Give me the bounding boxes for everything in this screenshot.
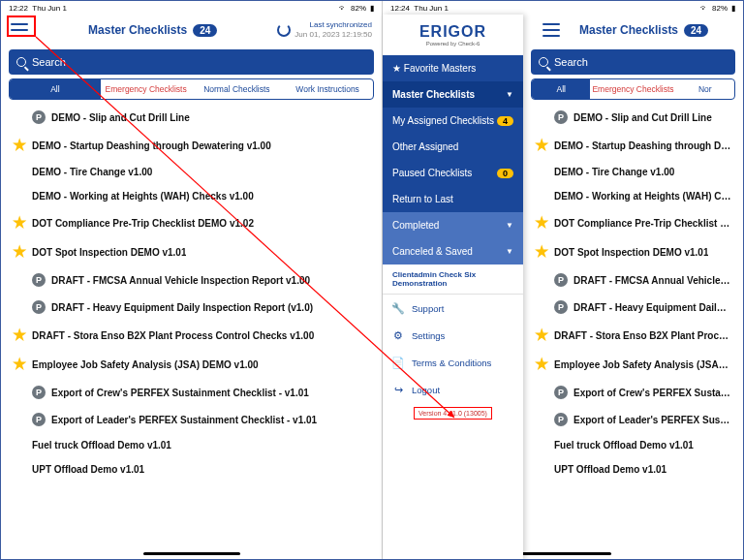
list-item[interactable]: ★Employee Job Safety Analysis (JSA) DEMO… <box>1 350 382 379</box>
item-label: DEMO - Working at Heights (WAH) Checks v… <box>554 191 731 202</box>
status-time: 12:24 <box>390 4 410 13</box>
count-pill: 0 <box>497 169 513 178</box>
list-item[interactable]: DEMO - Working at Heights (WAH) Checks v… <box>1 184 382 208</box>
nav-canceled-&-saved[interactable]: Canceled & Saved▼ <box>383 238 523 264</box>
star-icon: ★ <box>13 357 26 372</box>
search-input[interactable]: Search <box>531 49 735 75</box>
item-label: Export of Crew's PERFEX Sustainment Chec… <box>51 388 309 398</box>
p-badge: P <box>554 110 568 124</box>
menu-support[interactable]: 🔧Support <box>383 295 523 322</box>
list-item[interactable]: DEMO - Tire Change v1.00 <box>523 160 743 184</box>
item-label: DOT Spot Inspection DEMO v1.01 <box>32 247 186 258</box>
nav-completed[interactable]: Completed▼ <box>383 212 523 238</box>
list-item[interactable]: ★DOT Compliance Pre-Trip Checklist DEMO … <box>523 208 743 237</box>
list-item[interactable]: DEMO - Tire Change v1.00 <box>1 160 382 184</box>
menu-terms-&-conditions[interactable]: 📄Terms & Conditions <box>383 349 523 376</box>
p-badge: P <box>32 300 46 314</box>
battery-pct: 82% <box>351 4 366 13</box>
nav-master-checklists[interactable]: Master Checklists▼ <box>383 81 523 108</box>
nav-favorite-masters[interactable]: ★ Favorite Masters <box>383 55 523 81</box>
list-item[interactable]: ★DRAFT - Stora Enso B2X Plant Process Co… <box>523 321 743 350</box>
search-icon <box>16 57 26 67</box>
list-item[interactable]: PExport of Leader's PERFEX Sustainment C… <box>1 406 382 433</box>
support-icon: 🔧 <box>392 302 404 314</box>
tab-work-instructions[interactable]: Work Instructions <box>282 79 373 99</box>
list-item[interactable]: PDRAFT - FMCSA Annual Vehicle Inspection… <box>1 266 382 294</box>
p-badge: P <box>554 386 568 399</box>
p-badge: P <box>32 273 46 287</box>
list-item[interactable]: ★DEMO - Startup Deashing through Dewater… <box>1 131 382 160</box>
item-label: DRAFT - FMCSA Annual Vehicle Inspection … <box>574 275 731 286</box>
list-item[interactable]: PDEMO - Slip and Cut Drill Line <box>523 104 743 131</box>
nav-paused-checklists[interactable]: Paused Checklists0 <box>383 160 523 186</box>
list-item[interactable]: PDEMO - Slip and Cut Drill Line <box>1 104 382 131</box>
tab-all[interactable]: All <box>532 79 590 99</box>
list-item[interactable]: ★DRAFT - Stora Enso B2X Plant Process Co… <box>1 321 382 350</box>
nav-return-to-last[interactable]: Return to Last <box>383 186 523 212</box>
list-item[interactable]: ★DOT Spot Inspection DEMO v1.01 <box>1 237 382 266</box>
tab-normal-checklists[interactable]: Normal Checklists <box>192 79 283 99</box>
hamburger-icon[interactable] <box>542 23 560 37</box>
item-label: DRAFT - Heavy Equipment Daily Inspection… <box>574 302 731 313</box>
battery-pct: 82% <box>712 4 728 13</box>
tab-all[interactable]: All <box>10 79 101 99</box>
status-time: 12:22 <box>9 4 28 13</box>
app-header: Master Checklists 24 Last synchronized J… <box>1 15 382 46</box>
star-icon: ★ <box>13 244 26 260</box>
checklist-list: PDEMO - Slip and Cut Drill Line★DEMO - S… <box>523 104 743 482</box>
list-item[interactable]: PDRAFT - FMCSA Annual Vehicle Inspection… <box>523 266 743 294</box>
star-icon: ★ <box>535 357 548 372</box>
hamburger-icon[interactable] <box>11 23 28 37</box>
list-item[interactable]: ★DOT Spot Inspection DEMO v1.01 <box>523 237 743 266</box>
nav-my-assigned-checklists[interactable]: My Assigned Checklists4 <box>383 108 523 134</box>
item-label: UPT Offload Demo v1.01 <box>554 464 666 475</box>
logout-icon: ↪ <box>392 384 404 395</box>
list-item[interactable]: DEMO - Working at Heights (WAH) Checks v… <box>523 184 743 208</box>
chevron-down-icon: ▼ <box>506 221 513 230</box>
wifi-icon: ᯤ <box>700 4 708 13</box>
p-badge: P <box>32 386 46 399</box>
page-title: Master Checklists 24 <box>88 23 217 37</box>
tab-emergency-checklists[interactable]: Emergency Checklists <box>590 79 675 99</box>
menu-logout[interactable]: ↪Logout <box>383 376 523 403</box>
list-item[interactable]: ★DEMO - Startup Deashing through Dewater… <box>523 131 743 160</box>
item-label: DRAFT - Stora Enso B2X Plant Process Con… <box>32 330 314 341</box>
battery-icon: ▮ <box>370 4 374 13</box>
user-label: Clientadmin Check Six Demonstration <box>383 264 523 295</box>
star-icon: ★ <box>535 138 548 153</box>
item-label: DEMO - Tire Change v1.00 <box>32 167 152 177</box>
list-item[interactable]: ★Employee Job Safety Analysis (JSA) DEMO… <box>523 350 743 379</box>
battery-icon: ▮ <box>731 4 735 13</box>
item-label: DOT Compliance Pre-Trip Checklist DEMO v… <box>554 218 731 229</box>
list-item[interactable]: UPT Offload Demo v1.01 <box>1 457 382 482</box>
sync-status[interactable]: Last synchronized Jun 01, 2023 12:19:50 <box>277 20 372 39</box>
search-input[interactable]: Search <box>9 49 374 75</box>
list-item[interactable]: PDRAFT - Heavy Equipment Daily Inspectio… <box>523 294 743 321</box>
item-label: DOT Compliance Pre-Trip Checklist DEMO v… <box>32 218 254 229</box>
item-label: UPT Offload Demo v1.01 <box>32 464 144 475</box>
item-label: Export of Crew's PERFEX Sustainment Chec… <box>574 388 731 398</box>
p-badge: P <box>554 273 568 287</box>
home-indicator <box>514 552 611 555</box>
menu-settings[interactable]: ⚙Settings <box>383 322 523 349</box>
list-item[interactable]: PExport of Crew's PERFEX Sustainment Che… <box>1 379 382 406</box>
list-item[interactable]: PDRAFT - Heavy Equipment Daily Inspectio… <box>1 294 382 321</box>
list-item[interactable]: UPT Offload Demo v1.01 <box>523 457 743 482</box>
list-item[interactable]: PExport of Leader's PERFEX Sustainment C… <box>523 406 743 433</box>
chevron-down-icon: ▼ <box>506 90 513 99</box>
list-item[interactable]: ★DOT Compliance Pre-Trip Checklist DEMO … <box>1 208 382 237</box>
list-item[interactable]: Fuel truck Offload Demo v1.01 <box>523 433 743 457</box>
filter-tabs: AllEmergency ChecklistsNormal Checklists… <box>9 78 374 100</box>
sync-icon <box>277 23 291 37</box>
nav-other-assigned[interactable]: Other Assigned <box>383 134 523 160</box>
tab-nor[interactable]: Nor <box>676 79 734 99</box>
status-bar: 12:24 Thu Jun 1 ᯤ82%▮ <box>383 1 743 15</box>
list-item[interactable]: PExport of Crew's PERFEX Sustainment Che… <box>523 379 743 406</box>
home-indicator <box>143 552 240 555</box>
tab-emergency-checklists[interactable]: Emergency Checklists <box>101 79 192 99</box>
screenshot-after: 12:24 Thu Jun 1 ᯤ82%▮ ERIGOR Powered by … <box>383 1 743 559</box>
list-item[interactable]: Fuel truck Offload Demo v1.01 <box>1 433 382 457</box>
item-label: Employee Job Safety Analysis (JSA) DEMO … <box>554 359 731 370</box>
item-label: DOT Spot Inspection DEMO v1.01 <box>554 247 708 258</box>
star-icon: ★ <box>535 327 548 343</box>
